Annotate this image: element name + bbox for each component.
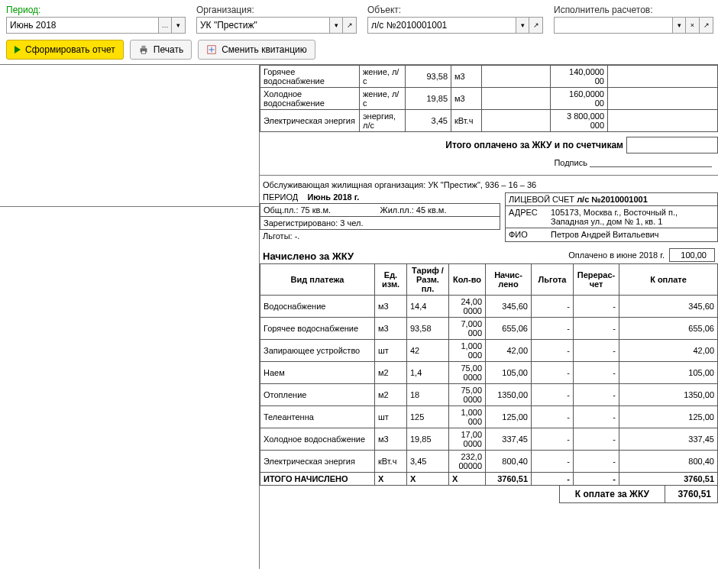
org-input[interactable] [196,17,329,34]
period-input[interactable] [6,17,158,34]
table-row: Горячее водоснабжениежение, л/с93,58м314… [260,66,718,88]
swap-icon [206,44,217,55]
print-icon [138,44,149,55]
period-dropdown-icon[interactable]: ▾ [172,17,186,34]
table-row: Наемм21,475,00 0000105,00--105,00 [260,362,718,384]
change-receipt-button[interactable]: Сменить квитанцию [198,40,315,60]
report-area: Горячее водоснабжениежение, л/с93,58м314… [0,64,718,569]
paid-amount: 100,00 [669,248,715,262]
final-pay: К оплате за ЖКУ 3760,51 [260,486,718,503]
account-box: ЛИЦЕВОЙ СЧЕТ л/с №2010001001 АДРЕС 10517… [505,192,718,242]
object-dropdown-icon[interactable]: ▾ [516,17,529,34]
paid-summary-box [626,137,718,153]
action-row: Сформировать отчет Печать Сменить квитан… [6,40,712,60]
table-row: Отоплением21875,00 00001350,00--1350,00 [260,384,718,406]
org-open-icon[interactable]: ↗ [343,17,357,34]
executor-input[interactable] [554,17,672,34]
paid-label: Оплачено в июне 2018 г. [568,250,665,260]
print-button[interactable]: Печать [130,40,192,60]
executor-dropdown-icon[interactable]: ▾ [672,17,686,34]
filter-row: Период: … ▾ Организация: ▾ ↗ Объект: ▾ ↗ [6,5,712,34]
paid-summary: Итого оплачено за ЖКУ и по счетчикам [260,137,718,153]
play-icon [15,46,21,53]
benefits-line: Льготы: -. [260,230,500,242]
toolbar: Период: … ▾ Организация: ▾ ↗ Объект: ▾ ↗ [0,0,718,64]
meters-table: Горячее водоснабжениежение, л/с93,58м314… [260,65,718,132]
form-report-button[interactable]: Сформировать отчет [6,40,124,60]
table-row: Горячее водоснабжением393,587,000 000655… [260,318,718,340]
org-info-line: Обслуживающая жилищная организация: УК "… [260,179,718,189]
svg-rect-2 [141,51,145,54]
executor-clear-icon[interactable]: × [686,17,700,34]
object-open-icon[interactable]: ↗ [529,17,543,34]
object-label: Объект: [367,5,543,15]
signature-line: Подпись [260,153,718,172]
table-row: Водоснабжением314,424,00 0000345,60--345… [260,296,718,318]
charges-table: Вид платежа Ед. изм. Тариф / Разм. пл. К… [260,263,718,486]
table-row: Запирающее устройствошт421,000 00042,00-… [260,340,718,362]
table-row: Холодное водоснабжениежение, л/с19,85м31… [260,88,718,110]
period-pick-icon[interactable]: … [158,17,172,34]
svg-rect-1 [141,46,145,49]
charges-title: Начислено за ЖКУ [263,250,354,262]
table-row: Телеантеннашт1251,000 000125,00--125,00 [260,406,718,428]
executor-open-icon[interactable]: ↗ [700,17,713,34]
totals-row: ИТОГО НАЧИСЛЕНОХХХ3760,51--3760,51 [260,473,718,486]
report-content: Горячее водоснабжениежение, л/с93,58м314… [260,65,718,569]
left-gutter [0,65,260,569]
table-row: Электрическая энергиякВт.ч3,45232,0 0000… [260,451,718,473]
period-line: ПЕРИОД Июнь 2018 г. [260,192,500,203]
org-dropdown-icon[interactable]: ▾ [329,17,343,34]
object-input[interactable] [367,17,516,34]
org-label: Организация: [196,5,357,15]
table-row: Холодное водоснабжением319,8517,00 00003… [260,428,718,451]
executor-label: Исполнитель расчетов: [554,5,713,15]
period-label: Период: [6,5,186,15]
premises-box: Общ.пл.: 75 кв.м. Жил.пл.: 45 кв.м. Заре… [260,203,500,230]
table-row: Электрическая энергияэнергия, л/с3,45кВт… [260,110,718,132]
